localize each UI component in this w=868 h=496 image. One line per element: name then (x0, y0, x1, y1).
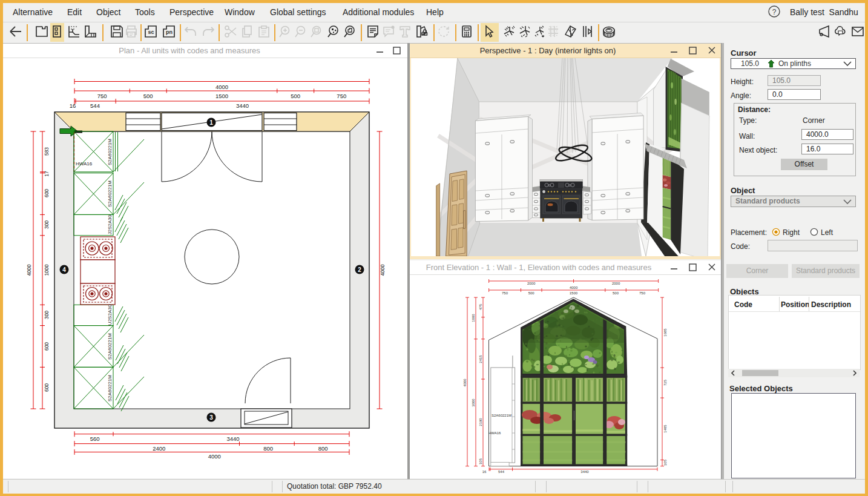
svg-text:16: 16 (482, 470, 487, 474)
svg-text:600: 600 (44, 383, 50, 392)
svg-text:300: 300 (44, 220, 50, 229)
svg-text:2000: 2000 (612, 282, 620, 285)
svg-text:HWA16: HWA16 (488, 431, 501, 435)
svg-text:17: 17 (44, 171, 50, 177)
svg-text:2000: 2000 (527, 282, 536, 285)
svg-text:544: 544 (498, 470, 505, 474)
svg-text:750: 750 (639, 291, 646, 295)
svg-text:S2A60221M: S2A60221M (107, 333, 113, 360)
svg-text:750: 750 (502, 291, 508, 295)
svg-text:500: 500 (143, 93, 153, 99)
svg-text:3: 3 (209, 414, 213, 421)
svg-text:16: 16 (70, 102, 76, 109)
svg-text:1000: 1000 (472, 314, 475, 322)
svg-text:4000: 4000 (208, 453, 221, 460)
svg-text:544: 544 (90, 102, 100, 109)
svg-text:300: 300 (44, 311, 50, 319)
svg-text:600: 600 (44, 342, 50, 351)
svg-text:105: 105 (663, 459, 667, 466)
svg-text:750: 750 (97, 93, 107, 99)
svg-text:3440: 3440 (580, 470, 589, 474)
svg-text:sc: sc (148, 29, 154, 35)
svg-text:pn: pn (166, 29, 173, 35)
svg-text:583: 583 (44, 147, 50, 156)
svg-text:S2A60221M: S2A60221M (492, 414, 511, 417)
svg-text:S2A60221M: S2A60221M (107, 180, 113, 207)
svg-text:4000: 4000 (215, 84, 228, 90)
svg-text:2400: 2400 (153, 445, 165, 452)
svg-text:105: 105 (479, 458, 482, 465)
svg-text:1500: 1500 (570, 291, 578, 295)
svg-text:560: 560 (90, 435, 100, 442)
svg-text:?: ? (772, 8, 777, 16)
svg-text:HWA16: HWA16 (76, 161, 93, 167)
svg-text:500: 500 (613, 291, 619, 295)
svg-text:4000: 4000 (26, 264, 32, 276)
svg-text:S2A60221M: S2A60221M (107, 375, 113, 402)
svg-text:2415: 2415 (479, 355, 482, 363)
svg-text:4000: 4000 (380, 264, 386, 276)
svg-text:600: 600 (44, 189, 50, 197)
svg-text:3440: 3440 (226, 435, 239, 442)
svg-text:1500: 1500 (215, 93, 228, 99)
svg-text:1685: 1685 (663, 328, 667, 337)
svg-text:U2S2A30: U2S2A30 (107, 304, 113, 325)
svg-text:800: 800 (318, 445, 328, 452)
svg-text:3440: 3440 (236, 102, 249, 109)
svg-text:475: 475 (479, 303, 482, 310)
svg-text:500: 500 (528, 291, 535, 295)
svg-text:725: 725 (663, 379, 667, 386)
svg-text:J2S2A30: J2S2A30 (107, 214, 113, 234)
svg-text:1000: 1000 (44, 264, 50, 276)
svg-text:4000: 4000 (463, 379, 467, 387)
svg-text:500: 500 (291, 93, 300, 99)
svg-text:1485: 1485 (663, 425, 667, 433)
svg-text:750: 750 (337, 93, 346, 99)
svg-text:4: 4 (62, 266, 66, 273)
svg-text:1: 1 (209, 119, 213, 126)
svg-text:800: 800 (263, 445, 273, 452)
svg-text:2190: 2190 (479, 418, 482, 426)
svg-text:4000: 4000 (570, 286, 578, 289)
svg-text:3000: 3000 (472, 398, 475, 407)
svg-text:S2A60221M: S2A60221M (107, 139, 113, 165)
svg-text:2: 2 (358, 266, 361, 273)
